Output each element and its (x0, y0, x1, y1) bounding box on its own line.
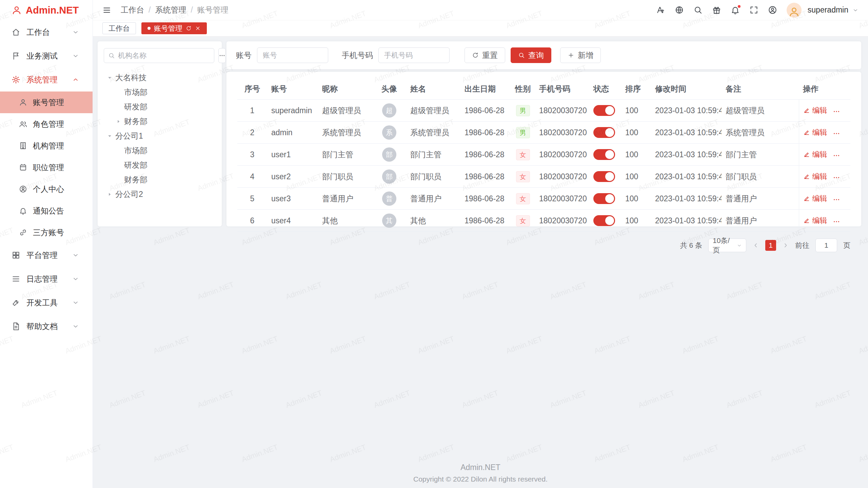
tree-node[interactable]: 分公司1 (104, 129, 216, 143)
status-toggle[interactable] (593, 149, 615, 160)
avatar: 部 (382, 169, 396, 184)
sidebar-item-org-manage[interactable]: 机构管理 (0, 135, 93, 157)
sidebar-item-help-docs[interactable]: 帮助文档 (0, 314, 93, 338)
sidebar-item-role-manage[interactable]: 角色管理 (0, 113, 93, 135)
cell-avatar: 普 (372, 188, 406, 210)
tree-node[interactable]: 研发部 (104, 158, 216, 172)
sidebar-item-personal-center[interactable]: 个人中心 (0, 178, 93, 200)
user-menu-chevron-down-icon[interactable] (852, 7, 859, 13)
caret-down-icon[interactable] (106, 75, 113, 81)
chevron-down-icon (737, 243, 742, 248)
username[interactable]: superadmin (808, 5, 848, 15)
caret-right-icon[interactable] (106, 191, 113, 198)
page-size-select[interactable]: 10条/页 (708, 239, 746, 252)
status-toggle[interactable] (593, 127, 615, 138)
status-toggle[interactable] (593, 171, 615, 182)
users-icon (19, 120, 27, 128)
cell-remark: 普通用户 (722, 188, 799, 210)
breadcrumb-item[interactable]: 系统管理 (155, 5, 186, 15)
sidebar-item-account-manage[interactable]: 账号管理 (0, 92, 93, 113)
notification-bell-button[interactable] (731, 5, 740, 15)
row-more-button[interactable] (833, 196, 840, 203)
cell-remark: 普通用户 (722, 210, 799, 232)
reset-button[interactable]: 重置 (465, 47, 505, 63)
caret-down-icon[interactable] (106, 133, 113, 139)
cell-account: user2 (267, 166, 318, 188)
row-more-button[interactable] (833, 174, 840, 181)
edit-button[interactable]: 编辑 (803, 194, 827, 204)
sidebar-item-system-manage[interactable]: 系统管理 (0, 68, 93, 92)
tree-node[interactable]: 财务部 (104, 114, 216, 129)
page-number-button[interactable]: 1 (765, 240, 776, 251)
user-table-panel: 序号账号昵称头像姓名出生日期性别手机号码状态排序修改时间备注操作1superad… (226, 72, 861, 226)
tree-node[interactable]: 大名科技 (104, 70, 216, 85)
edit-button[interactable]: 编辑 (803, 127, 827, 138)
account-filter-input[interactable] (257, 47, 328, 63)
edit-button[interactable]: 编辑 (803, 171, 827, 182)
caret-right-icon[interactable] (115, 118, 122, 125)
cell-remark: 部门主管 (722, 144, 799, 166)
search-icon[interactable] (693, 5, 703, 15)
edit-button[interactable]: 编辑 (803, 216, 827, 226)
chev-up-icon (72, 76, 79, 83)
tree-node-label: 研发部 (124, 160, 147, 170)
font-size-icon[interactable] (656, 5, 665, 15)
phone-filter-input[interactable] (378, 47, 450, 63)
cell-status (589, 122, 621, 144)
cell-account: user3 (267, 188, 318, 210)
tree-node[interactable]: 市场部 (104, 85, 216, 100)
tree-more-button[interactable] (218, 48, 226, 63)
theme-icon[interactable] (712, 5, 721, 15)
sidebar-item-platform-manage[interactable]: 平台管理 (0, 243, 93, 267)
user-avatar[interactable] (787, 3, 802, 18)
row-more-button[interactable] (833, 218, 840, 225)
tree-node[interactable]: 市场部 (104, 143, 216, 158)
tree-node-label: 市场部 (124, 145, 147, 156)
tree-node[interactable]: 研发部 (104, 100, 216, 114)
sidebar-item-dev-tools[interactable]: 开发工具 (0, 291, 93, 314)
logo[interactable]: Admin.NET (0, 0, 93, 20)
sidebar-item-position-manage[interactable]: 职位管理 (0, 157, 93, 178)
hamburger-menu-icon[interactable] (102, 6, 111, 15)
logo-text: Admin.NET (26, 5, 79, 16)
tab-refresh-icon[interactable] (186, 25, 192, 31)
org-search-input[interactable] (118, 52, 210, 60)
add-button[interactable]: 新增 (560, 47, 601, 63)
account-icon[interactable] (768, 5, 777, 15)
tree-node-label: 研发部 (124, 102, 147, 112)
cell-actions: 编辑 (799, 144, 850, 166)
prev-page-button[interactable] (752, 242, 759, 249)
tab-close-icon[interactable] (195, 25, 201, 31)
edit-button[interactable]: 编辑 (803, 149, 827, 160)
search-button[interactable]: 查询 (511, 47, 551, 63)
tab-bar: 工作台账号管理 (93, 20, 868, 37)
status-toggle[interactable] (593, 193, 615, 204)
tree-node[interactable]: 分公司2 (104, 187, 216, 202)
cell-birth-date: 1986-06-28 (460, 166, 511, 188)
row-more-button[interactable] (833, 130, 840, 137)
row-more-button[interactable] (833, 152, 840, 159)
sidebar-item-notice[interactable]: 通知公告 (0, 200, 93, 222)
status-toggle[interactable] (593, 105, 615, 116)
account-filter-label: 账号 (236, 50, 252, 61)
next-page-button[interactable] (782, 242, 789, 249)
edit-button[interactable]: 编辑 (803, 105, 827, 116)
sidebar-item-log-manage[interactable]: 日志管理 (0, 267, 93, 291)
cell-actions: 编辑 (799, 210, 850, 232)
sidebar-item-business-test[interactable]: 业务测试 (0, 44, 93, 68)
row-more-button[interactable] (833, 108, 840, 115)
sidebar-item-workbench[interactable]: 工作台 (0, 20, 93, 44)
goto-page-input[interactable] (815, 239, 837, 252)
status-toggle[interactable] (593, 215, 615, 226)
tab-工作台[interactable]: 工作台 (102, 22, 136, 34)
column-header: 昵称 (318, 79, 372, 100)
tab-账号管理[interactable]: 账号管理 (141, 22, 207, 34)
tree-node[interactable]: 财务部 (104, 172, 216, 187)
sidebar-item-third-account[interactable]: 三方账号 (0, 222, 93, 243)
fullscreen-icon[interactable] (749, 5, 758, 15)
breadcrumb-item[interactable]: 工作台 (121, 5, 144, 15)
breadcrumb-item[interactable]: 账号管理 (197, 5, 229, 15)
table-row: 1superadmin超级管理员超超级管理员1986-06-28男1802003… (237, 100, 850, 122)
language-icon[interactable] (675, 5, 684, 15)
chev-down-icon (72, 53, 79, 59)
